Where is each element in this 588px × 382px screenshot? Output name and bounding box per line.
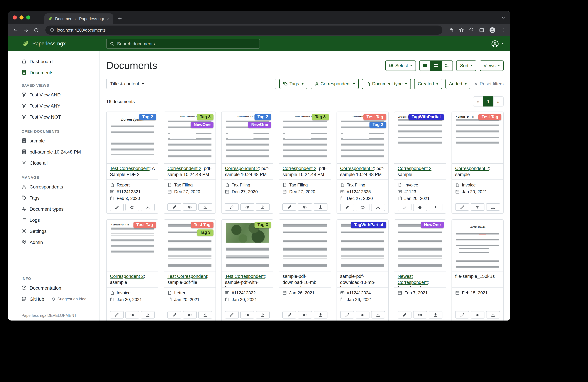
tag-pill[interactable]: Tag 3	[197, 229, 213, 236]
select-button[interactable]: Select	[385, 60, 416, 71]
extensions-icon[interactable]	[469, 28, 474, 33]
sidebar-item-document-types[interactable]: Document types	[8, 203, 99, 214]
sidebar-item-open-document[interactable]: sample	[8, 135, 99, 146]
sidebar-item-saved-view[interactable]: Test View NOT	[8, 111, 99, 122]
download-document-button[interactable]	[486, 311, 500, 319]
correspondent-link[interactable]: Correspondent 2	[110, 274, 144, 279]
download-document-button[interactable]	[198, 311, 212, 319]
view-grid-button[interactable]	[430, 60, 442, 71]
document-thumbnail[interactable]: Adobe Acrobat PDF Files Tag 2NewOne	[222, 112, 273, 164]
tag-pill[interactable]: NewOne	[191, 122, 214, 128]
sort-button[interactable]: Sort	[456, 60, 477, 71]
reload-icon[interactable]	[34, 27, 39, 33]
document-thumbnail[interactable]: Adobe Acrobat PDF Files Test TagTag 2	[337, 112, 388, 164]
pagination-page-1-button[interactable]: 1	[483, 96, 494, 106]
edit-document-button[interactable]	[398, 204, 411, 211]
user-menu[interactable]	[491, 40, 510, 48]
sidebar-item-logs[interactable]: Logs	[8, 214, 99, 225]
tag-pill[interactable]: NewOne	[248, 122, 271, 128]
document-thumbnail[interactable]: A Simple PDF File TagWithPartial	[394, 112, 446, 164]
correspondent-link[interactable]: Correspondent 2	[455, 166, 489, 171]
download-document-button[interactable]	[371, 311, 385, 319]
browser-profile-icon[interactable]	[489, 27, 496, 33]
document-thumbnail[interactable]: Test TagTag 3	[164, 220, 215, 271]
site-info-icon[interactable]	[50, 28, 54, 32]
edit-document-button[interactable]	[340, 204, 354, 211]
global-search[interactable]	[106, 39, 260, 49]
view-document-button[interactable]	[183, 203, 197, 211]
tag-pill[interactable]: TagWithPartial	[409, 114, 444, 120]
sidebar-item-documentation[interactable]: Documentation	[8, 282, 99, 293]
views-button[interactable]: Views	[480, 60, 504, 71]
sidebar-item-open-document[interactable]: pdf-sample 10.24.48 PM	[8, 146, 99, 157]
document-card[interactable]: Adobe Acrobat PDF Files Tag 2NewOne Corr…	[221, 112, 273, 214]
correspondent-link[interactable]: Correspondent 2	[283, 166, 316, 171]
correspondent-link[interactable]: Test Correspondent	[168, 274, 207, 279]
created-filter-button[interactable]: Created	[414, 79, 442, 89]
correspondent-link[interactable]: Correspondent 2	[398, 166, 431, 171]
document-card[interactable]: Lorem Ipsum Tag 2 Test Correspondent: A …	[106, 112, 158, 214]
sidebar-item-settings[interactable]: Settings	[8, 225, 99, 237]
tag-pill[interactable]: Tag 2	[254, 114, 271, 120]
view-document-button[interactable]	[298, 203, 312, 211]
download-document-button[interactable]	[429, 204, 442, 211]
correspondent-link[interactable]: Test Correspondent	[225, 274, 265, 279]
document-thumbnail[interactable]: NewOne	[394, 220, 446, 271]
document-card[interactable]: Adobe Acrobat PDF Files Tag 3 Correspond…	[279, 112, 331, 214]
document-card[interactable]: Adobe Acrobat PDF Files Tag 3NewOne Corr…	[164, 112, 216, 214]
minimize-window-button[interactable]	[20, 16, 23, 20]
address-bar[interactable]: localhost:4200/documents	[45, 25, 442, 35]
document-thumbnail[interactable]: Adobe Acrobat PDF Files Tag 3NewOne	[164, 112, 215, 164]
edit-document-button[interactable]	[168, 203, 181, 211]
view-document-button[interactable]	[126, 204, 139, 211]
view-document-button[interactable]	[241, 203, 254, 211]
edit-document-button[interactable]	[283, 203, 296, 211]
filter-field-selector-button[interactable]: Title & content	[106, 79, 148, 89]
correspondent-filter-button[interactable]: Correspondent	[311, 79, 359, 89]
tags-filter-button[interactable]: Tags	[279, 79, 307, 89]
download-document-button[interactable]	[429, 311, 442, 319]
tag-pill[interactable]: Tag 3	[312, 114, 329, 120]
document-card[interactable]: Adobe Acrobat PDF Files Test TagTag 2 Co…	[336, 112, 388, 214]
back-icon[interactable]	[13, 27, 18, 33]
view-document-button[interactable]	[471, 203, 484, 211]
document-card[interactable]: Test TagTag 3 Test Correspondent: sample…	[164, 219, 216, 321]
view-document-button[interactable]	[183, 311, 197, 319]
document-thumbnail[interactable]: A Simple PDF File Test Tag	[106, 220, 158, 271]
bookmark-star-icon[interactable]	[459, 28, 464, 33]
document-card[interactable]: A Simple PDF File Test Tag Correspondent…	[452, 112, 504, 214]
view-document-button[interactable]	[413, 204, 427, 211]
document-type-filter-button[interactable]: Document type	[362, 79, 411, 89]
tag-pill[interactable]: Tag 3	[197, 114, 213, 120]
view-document-button[interactable]	[471, 311, 484, 319]
forward-icon[interactable]	[23, 27, 29, 33]
reset-filters-button[interactable]: Reset filters	[474, 81, 504, 86]
view-document-button[interactable]	[298, 311, 312, 319]
document-card[interactable]: TagWithPartial sample-pdf-download-10-mb…	[336, 219, 388, 321]
download-document-button[interactable]	[371, 204, 385, 211]
document-card[interactable]: A Simple PDF File TagWithPartial Corresp…	[394, 112, 446, 214]
correspondent-link[interactable]: Correspondent 2	[168, 166, 201, 171]
download-document-button[interactable]	[256, 311, 270, 319]
edit-document-button[interactable]	[225, 203, 239, 211]
document-thumbnail[interactable]: Adobe Acrobat PDF Files Tag 3	[279, 112, 331, 164]
document-thumbnail[interactable]: A Simple PDF File Test Tag	[452, 112, 503, 164]
edit-document-button[interactable]	[110, 311, 124, 319]
pagination-prev-button[interactable]: «	[473, 96, 483, 106]
document-thumbnail[interactable]	[279, 220, 331, 271]
document-card[interactable]: sample-pdf-download-10-mb copy_red Jan 2…	[279, 219, 331, 321]
download-document-button[interactable]	[314, 311, 327, 319]
download-document-button[interactable]	[198, 203, 212, 211]
added-filter-button[interactable]: Added	[445, 79, 470, 89]
document-thumbnail[interactable]: Tag 3	[222, 220, 273, 271]
document-card[interactable]: Lorem ipsum file-sample_150kBs Feb 15, 2…	[452, 219, 504, 321]
tab-search-icon[interactable]	[501, 15, 506, 20]
document-thumbnail[interactable]: Lorem ipsum	[452, 220, 503, 271]
tab-close-icon[interactable]	[106, 17, 110, 20]
view-document-button[interactable]	[356, 311, 369, 319]
side-panel-icon[interactable]	[479, 28, 484, 33]
view-details-button[interactable]	[441, 60, 453, 71]
document-card[interactable]: Tag 3 Test Correspondent: sample-pdf-wit…	[221, 219, 273, 321]
download-document-button[interactable]	[256, 203, 270, 211]
correspondent-link[interactable]: Newest Correspondent	[398, 274, 428, 285]
